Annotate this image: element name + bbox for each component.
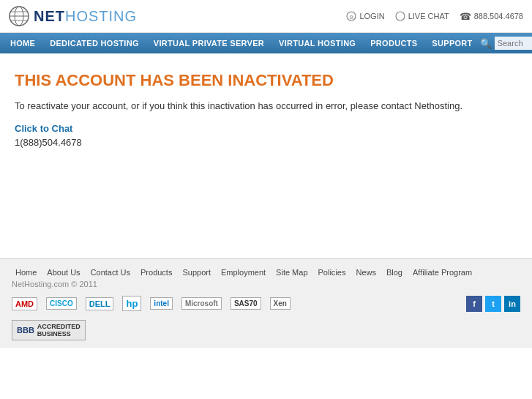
footer: HomeAbout UsContact UsProductsSupportEmp… [0,258,532,348]
footer-link[interactable]: Support [179,268,214,277]
svg-text:⚙: ⚙ [349,15,353,20]
description-text: To reactivate your account, or if you th… [15,100,517,111]
phone-number: 1(888)504.4678 [15,137,517,148]
linkedin-icon[interactable]: in [504,296,520,312]
partner-logo-xen: Xen [270,297,291,310]
social-icons: f t in [466,296,520,312]
header-links: ⚙ LOGIN LIVE CHAT ☎ 888.504.4678 [346,11,523,22]
partner-logo-dell: DELL [86,297,114,310]
login-icon: ⚙ [346,11,356,21]
partner-logo-hp: hp [122,296,141,311]
svg-point-7 [396,12,405,20]
partner-logo-intel: intel [150,297,173,310]
footer-copyright: NetHosting.com © 2011 [12,280,97,288]
globe-icon [9,6,29,26]
footer-bottom: AMDCISCODELLhpintelMicrosoftSAS70Xen BBB… [12,296,520,340]
header: NETHOSTING ⚙ LOGIN LIVE CHAT ☎ 888.504.4… [0,0,532,33]
partner-logo-sas70: SAS70 [231,297,261,310]
phone-icon: ☎ [460,11,471,22]
facebook-icon[interactable]: f [466,296,482,312]
footer-nav-links: HomeAbout UsContact UsProductsSupportEmp… [12,268,476,277]
login-link[interactable]: ⚙ LOGIN [346,11,384,21]
search-input[interactable] [495,37,532,50]
nav-virtual-hosting[interactable]: VIRTUAL HOSTING [271,33,363,53]
nav-products[interactable]: PRODUCTS [363,33,424,53]
footer-link[interactable]: News [352,268,380,277]
main-nav: HOME DEDICATED HOSTING VIRTUAL PRIVATE S… [0,33,532,53]
footer-link[interactable]: Home [12,268,40,277]
search-icon: 🔍 [480,38,492,49]
bbb-icon: BBB [17,326,34,335]
nav-vps[interactable]: VIRTUAL PRIVATE SERVER [146,33,271,53]
livechat-link[interactable]: LIVE CHAT [395,11,449,21]
twitter-icon[interactable]: t [485,296,501,312]
main-content: THIS ACCOUNT HAS BEEN INACTIVATED To rea… [0,53,532,258]
livechat-icon [395,11,405,21]
click-to-chat-link[interactable]: Click to Chat [15,123,517,134]
partner-logo-microsoft: Microsoft [181,297,222,310]
footer-link[interactable]: Policies [315,268,350,277]
nav-home[interactable]: HOME [3,33,42,53]
footer-link[interactable]: Employment [217,268,269,277]
partner-logo-amd: AMD [12,297,37,310]
page-title: THIS ACCOUNT HAS BEEN INACTIVATED [15,71,517,90]
phone-link[interactable]: ☎ 888.504.4678 [460,11,523,22]
footer-link[interactable]: Site Map [272,268,311,277]
nav-dedicated-hosting[interactable]: DEDICATED HOSTING [42,33,146,53]
partner-logo-cisco: CISCO [46,297,77,310]
footer-link[interactable]: Products [137,268,176,277]
footer-link[interactable]: Affiliate Program [409,268,476,277]
footer-link[interactable]: Blog [383,268,406,277]
bbb-label: ACCREDITEDBUSINESS [37,323,80,338]
footer-link[interactable]: About Us [43,268,83,277]
footer-logos-row: AMDCISCODELLhpintelMicrosoftSAS70Xen [12,296,291,311]
logo: NETHOSTING [9,6,137,26]
search-container: 🔍 [480,37,532,50]
logo-text: NETHOSTING [34,8,137,25]
footer-link[interactable]: Contact Us [87,268,134,277]
nav-support[interactable]: SUPPORT [424,33,479,53]
bbb-badge: BBB ACCREDITEDBUSINESS [12,320,86,340]
footer-links-row: HomeAbout UsContact UsProductsSupportEmp… [12,268,520,288]
partner-logos: AMDCISCODELLhpintelMicrosoftSAS70Xen BBB… [12,296,291,340]
